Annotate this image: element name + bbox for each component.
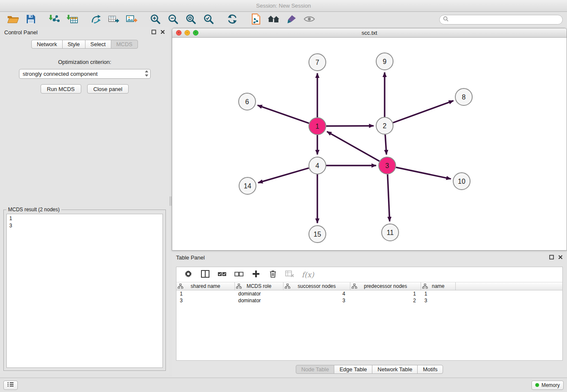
function-builder-button[interactable]: f(x) <box>302 269 314 280</box>
style-paint-button[interactable] <box>283 13 300 26</box>
main-toolbar <box>0 12 567 27</box>
graph-edge-2-8[interactable] <box>393 101 454 123</box>
graph-edge-1-6[interactable] <box>258 105 309 123</box>
network-share-button[interactable] <box>87 13 105 26</box>
zoom-out-button[interactable] <box>164 13 182 26</box>
table-tab-node-table[interactable]: Node Table <box>296 365 335 374</box>
svg-text:9: 9 <box>383 58 387 65</box>
graph-node-8[interactable]: 8 <box>455 88 472 105</box>
network-canvas[interactable]: 7968124314101511 <box>172 38 567 250</box>
select-stepper-icon <box>145 70 149 78</box>
column-header-predecessor-nodes[interactable]: predecessor nodes <box>350 282 421 290</box>
add-column-button[interactable] <box>251 269 261 280</box>
open-session-button[interactable] <box>4 13 22 26</box>
cell-shared-name[interactable]: 1 <box>176 290 235 297</box>
memory-button[interactable]: Memory <box>531 381 564 390</box>
criterion-select[interactable]: strongly connected component <box>19 69 151 79</box>
window-titlebar: Session: New Session <box>0 0 567 12</box>
table-settings-button[interactable] <box>183 269 193 280</box>
network-window-title: scc.txt <box>362 30 377 36</box>
graph-edge-3-1[interactable] <box>327 132 380 161</box>
cell-predecessor-nodes[interactable]: 1 <box>350 290 421 297</box>
svg-text:2: 2 <box>383 122 387 130</box>
refresh-icon <box>227 14 238 25</box>
cell-MCDS-role[interactable]: dominator <box>235 297 284 304</box>
close-table-panel-icon[interactable] <box>558 254 563 261</box>
select-all-button[interactable] <box>217 269 227 280</box>
task-history-button[interactable] <box>3 381 18 390</box>
control-tab-network[interactable]: Network <box>31 40 63 49</box>
clone-network-icon <box>251 14 261 26</box>
network-from-table-button[interactable] <box>105 13 123 26</box>
control-tab-mcds[interactable]: MCDS <box>111 40 138 49</box>
graph-edge-2-3[interactable] <box>385 135 386 155</box>
float-table-panel-icon[interactable] <box>549 254 554 261</box>
export-image-button[interactable] <box>123 13 140 26</box>
cell-name[interactable]: 3 <box>421 297 456 304</box>
graph-node-15[interactable]: 15 <box>309 226 326 243</box>
show-columns-button[interactable] <box>200 269 210 280</box>
graph-node-9[interactable]: 9 <box>376 53 393 70</box>
graph-node-2[interactable]: 2 <box>376 117 393 134</box>
search-input[interactable] <box>451 17 559 22</box>
memory-label: Memory <box>542 382 560 388</box>
close-window-icon[interactable]: × <box>176 30 182 36</box>
refresh-layout-button[interactable] <box>223 13 241 26</box>
minimize-window-icon[interactable]: − <box>184 30 190 36</box>
graph-node-7[interactable]: 7 <box>309 54 326 71</box>
mcds-result-title: MCDS result (2 nodes) <box>6 207 61 213</box>
delete-column-button[interactable] <box>285 269 295 280</box>
table-toolbar: f(x) <box>176 267 562 282</box>
cell-successor-nodes[interactable]: 3 <box>284 297 350 304</box>
graph-node-11[interactable]: 11 <box>382 224 399 241</box>
cell-successor-nodes[interactable]: 4 <box>284 290 350 297</box>
column-header-name[interactable]: name <box>421 282 456 290</box>
control-tab-select[interactable]: Select <box>85 40 111 49</box>
graph-edge-1-2[interactable] <box>326 126 374 126</box>
graph-edge-4-14[interactable] <box>258 168 309 183</box>
mcds-result-list: 13 <box>6 214 163 368</box>
graph-edge-3-10[interactable] <box>396 167 451 179</box>
close-panel-icon[interactable] <box>160 29 165 36</box>
import-network-button[interactable] <box>46 13 63 26</box>
clone-network-button[interactable] <box>247 13 265 26</box>
mcds-result-group: MCDS result (2 nodes) 13 <box>3 210 166 371</box>
table-tab-network-table[interactable]: Network Table <box>372 365 418 374</box>
save-session-button[interactable] <box>22 13 40 26</box>
zoom-fit-button[interactable] <box>182 13 200 26</box>
select-all-icon <box>217 271 227 279</box>
deselect-all-button[interactable] <box>234 269 244 280</box>
table-row[interactable]: 1dominator411 <box>176 290 562 297</box>
delete-row-button[interactable] <box>268 269 278 280</box>
cell-MCDS-role[interactable]: dominator <box>235 290 284 297</box>
graph-node-6[interactable]: 6 <box>239 93 256 110</box>
zoom-in-button[interactable] <box>146 13 164 26</box>
float-panel-icon[interactable] <box>151 29 156 36</box>
show-hide-button[interactable] <box>300 13 318 26</box>
table-row[interactable]: 3dominator323 <box>176 297 562 304</box>
graph-node-14[interactable]: 14 <box>239 177 256 194</box>
column-header-shared-name[interactable]: shared name <box>176 282 235 290</box>
table-tab-motifs[interactable]: Motifs <box>417 365 443 374</box>
graph-node-3[interactable]: 3 <box>379 157 396 174</box>
cell-name[interactable]: 1 <box>421 290 456 297</box>
column-header-successor-nodes[interactable]: successor nodes <box>284 282 350 290</box>
cell-predecessor-nodes[interactable]: 2 <box>350 297 421 304</box>
graph-node-4[interactable]: 4 <box>309 157 326 174</box>
import-table-button[interactable] <box>63 13 81 26</box>
cell-shared-name[interactable]: 3 <box>176 297 235 304</box>
table-panel-tabs: Node TableEdge TableNetwork TableMotifs <box>172 365 567 374</box>
table-tab-edge-table[interactable]: Edge Table <box>334 365 372 374</box>
graph-edge-3-11[interactable] <box>388 174 390 221</box>
close-panel-button[interactable]: Close panel <box>87 84 129 94</box>
graph-node-10[interactable]: 10 <box>453 173 470 190</box>
network-window-titlebar: × − + scc.txt <box>172 28 567 38</box>
control-tab-style[interactable]: Style <box>62 40 85 49</box>
zoom-selected-button[interactable] <box>200 13 217 26</box>
home-button[interactable] <box>265 13 283 26</box>
zoom-window-icon[interactable]: + <box>193 30 198 36</box>
run-mcds-button[interactable]: Run MCDS <box>41 84 81 94</box>
column-header-MCDS-role[interactable]: MCDS role <box>235 282 284 290</box>
zoom-selected-icon <box>203 14 214 26</box>
graph-node-1[interactable]: 1 <box>309 118 326 135</box>
